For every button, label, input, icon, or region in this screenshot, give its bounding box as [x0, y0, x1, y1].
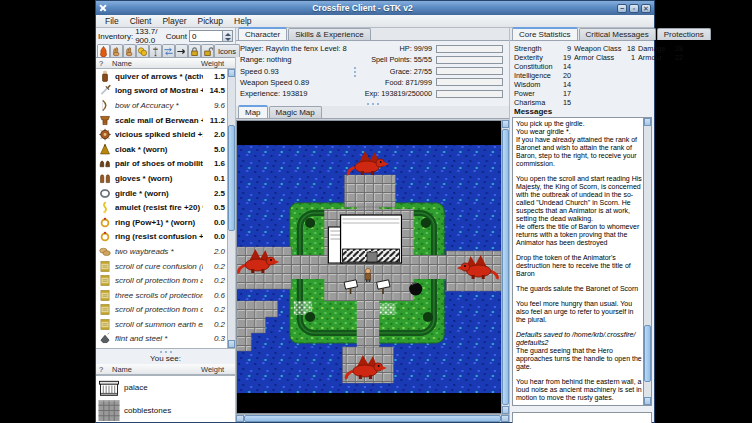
inventory-item[interactable]: scroll of protection from attac0.2 [96, 273, 227, 288]
title-bar[interactable]: Crossfire Client - GTK v2 − ▫ ✕ [96, 1, 654, 15]
item-name: amulet (resist fire +20) * [115, 203, 203, 212]
inventory-item[interactable]: scroll of cure confusion (lvl 70.2 [96, 259, 227, 274]
scroll-down-icon[interactable] [228, 340, 235, 348]
window-icon [98, 4, 108, 13]
count-input[interactable] [190, 31, 222, 41]
exp-label: Exp: 193819/250000 [358, 89, 436, 98]
filter-tab-locked[interactable] [188, 44, 201, 57]
inventory-item[interactable]: flint and steel *0.3 [96, 332, 227, 347]
inventory-item[interactable]: cloak * (worn)5.0 [96, 142, 227, 157]
menu-file[interactable]: File [100, 16, 124, 26]
scroll-right-icon[interactable] [501, 415, 509, 422]
inventory-item[interactable]: bow of Accuracy *9.6 [96, 98, 227, 113]
inventory-item[interactable]: ring (resist confusion +2!0.0 [96, 230, 227, 245]
maximize-button[interactable]: ▫ [629, 4, 639, 13]
map-bush [423, 312, 433, 322]
scrollbar-thumb[interactable] [228, 125, 235, 231]
look-item[interactable]: palace [96, 376, 235, 399]
column-name[interactable]: Name [112, 365, 201, 374]
filter-tab-unapplied[interactable] [123, 44, 136, 57]
inventory-item[interactable]: amulet (resist fire +20) *0.5 [96, 200, 227, 215]
tab-protections[interactable]: Protections [657, 28, 711, 40]
item-name: scale mail of Berwean +2 [115, 116, 203, 125]
tab-core-statistics[interactable]: Core Statistics [512, 27, 578, 40]
messages-scrollbar[interactable] [643, 118, 651, 405]
column-name[interactable]: Name [112, 59, 201, 68]
spin-down-icon[interactable] [223, 36, 232, 41]
tab-skills-experience[interactable]: Skills & Experience [288, 28, 370, 40]
menu-client[interactable]: Client [125, 16, 157, 26]
column-weight[interactable]: Weight [201, 59, 235, 68]
scroll-up-icon[interactable] [502, 120, 509, 128]
window-title: Crossfire Client - GTK v2 [108, 3, 617, 13]
scroll-up-icon[interactable] [644, 118, 651, 126]
filter-tab-applied[interactable] [110, 44, 123, 57]
inventory-item[interactable]: scale mail of Berwean +211.2 [96, 113, 227, 128]
core-statistics-panel: Strength9Weapon Class18Damage28 Dexterit… [510, 41, 654, 105]
inventory-item[interactable]: two waybreads *2.0 [96, 244, 227, 259]
item-name: ring (Pow+1) * (worn) [115, 218, 203, 227]
inventory-item[interactable]: three scrolls of protection fr0.6 [96, 288, 227, 303]
menu-player[interactable]: Player [157, 16, 191, 26]
filter-tab-unpaid[interactable] [136, 44, 149, 57]
stat-label: Damage [638, 44, 672, 53]
filter-tab-unlocked[interactable] [201, 44, 214, 57]
inventory-item[interactable]: scroll of summon earth elem0.2 [96, 317, 227, 332]
menu-pickup[interactable]: Pickup [193, 16, 229, 26]
stat-value: 1 [624, 53, 638, 62]
inventory-item[interactable]: girdle * (worn)2.5 [96, 186, 227, 201]
filter-tab-cursed[interactable] [149, 44, 162, 57]
close-button[interactable]: ✕ [641, 4, 651, 13]
range-line: Range: nothing [240, 55, 352, 64]
scroll-up-icon[interactable] [228, 69, 235, 77]
filter-tab-nonmagical[interactable] [175, 44, 188, 57]
tab-map[interactable]: Map [238, 105, 268, 118]
inventory-item[interactable]: ring (Pow+1) * (worn)0.0 [96, 215, 227, 230]
stats-messages-panel: Core Statistics Critical Messages Protec… [510, 28, 654, 422]
item-weight: 0.1 [203, 174, 225, 183]
menu-help[interactable]: Help [229, 16, 256, 26]
character-tabs: Character Skills & Experience [236, 28, 509, 41]
count-spinner[interactable] [189, 30, 233, 42]
game-map-canvas[interactable] [236, 120, 501, 414]
scrollbar-thumb[interactable] [502, 129, 509, 405]
filter-tab-magical[interactable] [162, 44, 175, 57]
column-weight[interactable]: Weight [201, 365, 235, 374]
armor-icon [98, 114, 112, 127]
column-flag[interactable]: ? [96, 59, 112, 68]
sword-icon [98, 84, 112, 97]
scrollbar-thumb[interactable] [244, 415, 501, 422]
column-flag[interactable]: ? [96, 365, 112, 374]
command-input[interactable] [512, 412, 652, 423]
inventory-item[interactable]: quiver of arrows * (activ1.5 [96, 69, 227, 84]
food-bar [436, 78, 503, 86]
map-player-character[interactable] [365, 268, 370, 282]
tab-critical-messages[interactable]: Critical Messages [579, 28, 656, 40]
map-vertical-scrollbar[interactable] [501, 120, 509, 414]
map-horizontal-scrollbar[interactable] [236, 414, 509, 422]
palace-icon [98, 377, 120, 398]
shield-icon [98, 128, 112, 141]
filter-tab-all[interactable] [97, 44, 110, 57]
look-item[interactable]: cobblestones [96, 399, 235, 422]
inventory-item[interactable]: pair of shoes of mobility1.6 [96, 157, 227, 172]
character-panel: Player: Rayvin the fenx Level: 8 Range: … [236, 41, 509, 101]
inventory-item[interactable]: gloves * (worn)0.1 [96, 171, 227, 186]
minimize-button[interactable]: − [617, 4, 627, 13]
hp-bar [436, 45, 503, 53]
scroll-down-icon[interactable] [502, 406, 509, 414]
scroll-left-icon[interactable] [236, 415, 244, 422]
message: Defaults saved to /home/krb/.crossfire/ … [516, 331, 642, 347]
scroll-down-icon[interactable] [644, 397, 651, 405]
tab-character[interactable]: Character [238, 27, 287, 40]
item-weight: 0.2 [203, 305, 225, 314]
tab-magic-map[interactable]: Magic Map [269, 106, 322, 118]
inventory-scrollbar[interactable] [227, 69, 235, 348]
map-creature[interactable] [409, 283, 422, 296]
message: If you have already attained the rank of… [516, 136, 642, 168]
stat-label: Power [514, 89, 558, 98]
inventory-item[interactable]: scroll of protection from canc0.2 [96, 303, 227, 318]
inventory-item[interactable]: vicious spiked shield +12.0 [96, 127, 227, 142]
scrollbar-thumb[interactable] [644, 325, 651, 382]
inventory-item[interactable]: long sword of Mostrai +314.5 [96, 84, 227, 99]
